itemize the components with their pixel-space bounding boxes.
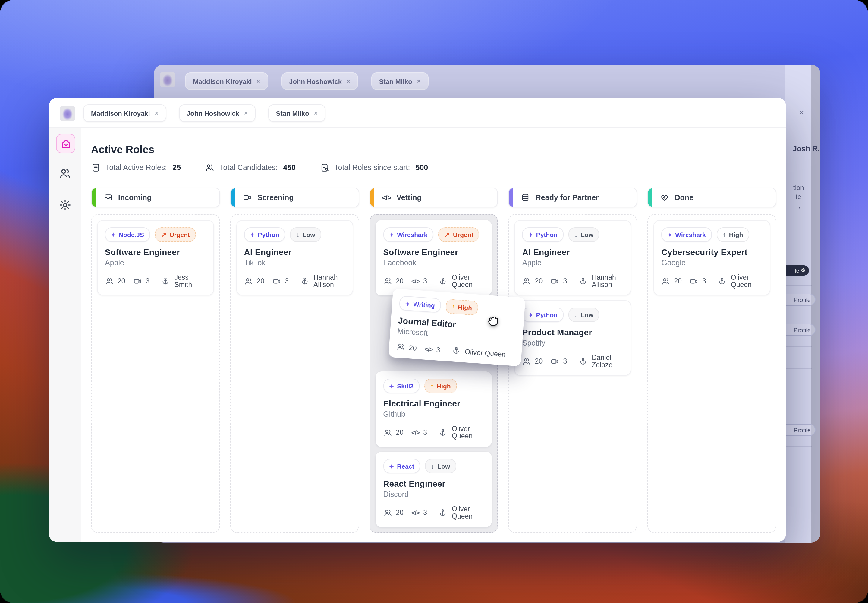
close-icon[interactable]: × xyxy=(257,78,260,84)
column-header-done[interactable]: Done xyxy=(647,187,776,207)
role-card[interactable]: ✦Wireshark ↑High Cybersecurity Expert Go… xyxy=(653,220,770,295)
company-name: Spotify xyxy=(522,339,624,347)
session-count: 3 xyxy=(702,277,706,284)
stat-value: 500 xyxy=(415,164,428,172)
profile-button[interactable]: Profile xyxy=(785,324,815,336)
arrow-up-right-icon: ↗ xyxy=(445,231,450,238)
skill-chip: ✦Node.JS xyxy=(105,227,150,242)
code-icon: </> xyxy=(411,509,420,516)
priority-label: Low xyxy=(437,462,450,470)
column-header-incoming[interactable]: Incoming xyxy=(91,187,220,207)
sparkle-icon: ✦ xyxy=(111,231,116,238)
chip-bar: Maddison Kiroyaki × John Hoshowick × Sta… xyxy=(83,104,326,122)
arrow-down-icon: ↓ xyxy=(575,231,578,238)
column-dropzone-ready-for-partner[interactable]: ✦Python ↓Low AI Engineer Apple 20 3 xyxy=(508,214,638,533)
users-icon xyxy=(383,508,392,517)
skill-label: React xyxy=(397,462,414,470)
column-header-vetting[interactable]: </> Vetting xyxy=(369,187,498,207)
card-footer: 20 3 Hannah Allison xyxy=(244,274,345,288)
sidebar-item-settings[interactable] xyxy=(59,198,72,212)
close-icon[interactable]: × xyxy=(314,110,318,116)
profile-button[interactable]: Profile xyxy=(785,294,815,306)
skill-label: Skill2 xyxy=(397,382,414,390)
arrow-up-icon: ↑ xyxy=(451,303,456,310)
panel-text-fragment: tion xyxy=(793,184,804,191)
dragged-role-card[interactable]: ✦Writing ↑High Journal Editor Microsoft … xyxy=(389,289,526,366)
skill-label: Node.JS xyxy=(119,231,144,238)
role-card[interactable]: ✦React ↓Low React Engineer Discord 20 </… xyxy=(375,451,492,527)
users-icon xyxy=(383,277,392,286)
close-icon[interactable]: × xyxy=(155,110,159,116)
video-camera-icon xyxy=(133,277,142,286)
filter-chip[interactable]: John Hoshowick × xyxy=(281,73,358,90)
notebook-icon xyxy=(521,193,530,202)
role-card[interactable]: ✦Node.JS ↗Urgent Software Engineer Apple… xyxy=(97,220,214,295)
button-label: Profile xyxy=(794,427,811,433)
skill-label: Python xyxy=(536,311,558,319)
filter-chip[interactable]: Stan Milko × xyxy=(268,104,326,122)
sidebar-item-home[interactable] xyxy=(56,134,75,153)
card-footer: 20 3 Hannah Allison xyxy=(522,274,624,288)
role-card[interactable]: ✦Python ↓Low Product Manager Spotify 20 … xyxy=(514,300,632,376)
column-label: Ready for Partner xyxy=(536,193,599,202)
sidebar-item-candidates[interactable] xyxy=(59,167,72,180)
filter-chip[interactable]: John Hoshowick × xyxy=(179,104,256,122)
close-icon[interactable]: × xyxy=(417,78,421,84)
column-accent-bar xyxy=(231,188,235,207)
role-card[interactable]: ✦Wireshark ↗Urgent Software Engineer Fac… xyxy=(375,220,492,295)
column-screening: Screening ✦Python ↓Low AI Engineer TikTo… xyxy=(230,187,359,533)
role-title: React Engineer xyxy=(383,479,484,489)
users-icon xyxy=(396,342,406,351)
column-header-screening[interactable]: Screening xyxy=(230,187,359,207)
priority-chip: ↑High xyxy=(424,379,457,393)
inbox-icon xyxy=(103,193,113,202)
background-chip-bar: Maddison Kiroyaki × John Hoshowick × Sta… xyxy=(185,73,429,90)
close-icon[interactable]: × xyxy=(347,78,350,84)
kanban-board: Incoming ✦Node.JS ↗Urgent Software Engin… xyxy=(91,187,776,533)
anchor-icon xyxy=(718,277,727,286)
users-icon xyxy=(661,277,670,286)
filter-chip[interactable]: Maddison Kiroyaki × xyxy=(83,104,166,122)
column-accent-bar xyxy=(92,188,96,207)
arrow-down-icon: ↓ xyxy=(431,463,434,469)
priority-chip: ↓Low xyxy=(425,459,456,473)
company-name: Discord xyxy=(383,490,484,499)
session-count: 3 xyxy=(563,277,567,284)
column-dropzone-screening[interactable]: ✦Python ↓Low AI Engineer TikTok 20 3 xyxy=(230,214,359,533)
role-card[interactable]: ✦Skill2 ↑High Electrical Engineer Github… xyxy=(375,371,492,447)
anchor-icon xyxy=(439,277,448,286)
column-label: Screening xyxy=(257,193,294,202)
company-name: Facebook xyxy=(383,259,484,267)
chip-label: John Hoshowick xyxy=(289,77,342,85)
skill-label: Wireshark xyxy=(397,231,427,238)
profile-dark-button[interactable]: ile ⚙ xyxy=(785,265,809,275)
column-dropzone-vetting[interactable]: ✦Wireshark ↗Urgent Software Engineer Fac… xyxy=(369,214,498,533)
page-title: Active Roles xyxy=(91,144,154,156)
filter-chip[interactable]: Maddison Kiroyaki × xyxy=(185,73,268,90)
profile-button[interactable]: Profile xyxy=(785,424,815,436)
users-icon xyxy=(105,277,114,286)
column-dropzone-incoming[interactable]: ✦Node.JS ↗Urgent Software Engineer Apple… xyxy=(91,214,220,533)
arrow-up-icon: ↑ xyxy=(430,383,434,389)
sparkle-icon: ✦ xyxy=(667,231,672,238)
company-name: TikTok xyxy=(244,259,345,267)
role-title: Electrical Engineer xyxy=(383,399,484,408)
role-title: Software Engineer xyxy=(105,247,206,257)
video-camera-icon xyxy=(550,357,559,366)
column-dropzone-done[interactable]: ✦Wireshark ↑High Cybersecurity Expert Go… xyxy=(647,214,776,533)
close-icon[interactable]: × xyxy=(799,108,804,117)
panel-text-fragment: te xyxy=(795,193,801,200)
close-icon[interactable]: × xyxy=(244,110,248,116)
role-card[interactable]: ✦Python ↓Low AI Engineer Apple 20 3 xyxy=(514,220,632,295)
role-card[interactable]: ✦Python ↓Low AI Engineer TikTok 20 3 xyxy=(236,220,353,295)
skill-chip: ✦Python xyxy=(522,227,564,242)
users-icon xyxy=(383,428,392,437)
panel-user-name: Josh R. xyxy=(793,145,820,153)
priority-label: High xyxy=(437,382,451,390)
column-header-ready-for-partner[interactable]: Ready for Partner xyxy=(508,187,638,207)
session-count: 3 xyxy=(423,509,427,516)
company-name: Apple xyxy=(105,259,206,267)
filter-chip[interactable]: Stan Milko × xyxy=(371,73,429,90)
sparkle-icon: ✦ xyxy=(389,383,394,389)
gear-icon: ⚙ xyxy=(801,268,805,273)
